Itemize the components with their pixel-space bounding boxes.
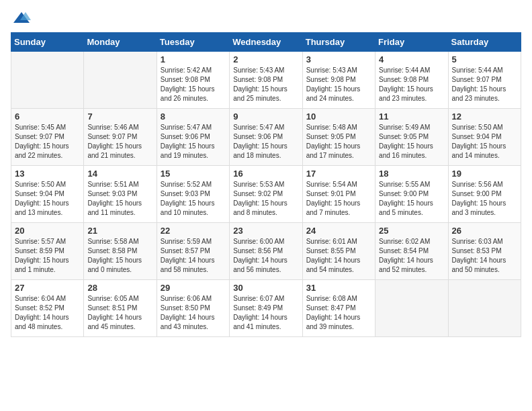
day-info: Sunrise: 5:49 AM Sunset: 9:05 PM Dayligh… [379, 123, 444, 161]
day-header-wednesday: Wednesday [230, 33, 302, 52]
day-header-tuesday: Tuesday [157, 33, 229, 52]
calendar-cell [448, 280, 521, 337]
calendar-cell: 22Sunrise: 5:59 AM Sunset: 8:57 PM Dayli… [157, 223, 229, 280]
calendar-cell: 4Sunrise: 5:44 AM Sunset: 9:08 PM Daylig… [375, 52, 448, 109]
week-row-2: 6Sunrise: 5:45 AM Sunset: 9:07 PM Daylig… [11, 109, 521, 166]
day-number: 30 [233, 283, 298, 293]
day-info: Sunrise: 5:50 AM Sunset: 9:04 PM Dayligh… [452, 123, 517, 161]
day-info: Sunrise: 5:50 AM Sunset: 9:04 PM Dayligh… [15, 180, 80, 218]
day-number: 29 [161, 283, 226, 293]
day-info: Sunrise: 5:55 AM Sunset: 9:00 PM Dayligh… [379, 180, 444, 218]
calendar-cell: 16Sunrise: 5:53 AM Sunset: 9:02 PM Dayli… [230, 166, 302, 223]
calendar-cell: 27Sunrise: 6:04 AM Sunset: 8:52 PM Dayli… [11, 280, 84, 337]
day-info: Sunrise: 6:08 AM Sunset: 8:47 PM Dayligh… [306, 294, 371, 332]
day-info: Sunrise: 5:44 AM Sunset: 9:08 PM Dayligh… [379, 66, 444, 103]
day-number: 23 [233, 226, 298, 236]
day-header-monday: Monday [84, 33, 157, 52]
day-header-thursday: Thursday [302, 33, 375, 52]
calendar-cell: 9Sunrise: 5:47 AM Sunset: 9:06 PM Daylig… [230, 109, 302, 166]
day-number: 5 [452, 54, 517, 64]
day-number: 18 [379, 169, 444, 179]
day-info: Sunrise: 5:43 AM Sunset: 9:08 PM Dayligh… [306, 66, 371, 103]
day-number: 21 [87, 226, 152, 236]
calendar-cell: 3Sunrise: 5:43 AM Sunset: 9:08 PM Daylig… [302, 52, 375, 109]
day-info: Sunrise: 5:42 AM Sunset: 9:08 PM Dayligh… [161, 66, 226, 103]
day-number: 25 [379, 226, 444, 236]
day-number: 8 [161, 111, 226, 122]
day-number: 15 [161, 169, 226, 179]
day-info: Sunrise: 6:06 AM Sunset: 8:50 PM Dayligh… [161, 294, 226, 332]
day-number: 10 [306, 111, 371, 122]
calendar-cell: 31Sunrise: 6:08 AM Sunset: 8:47 PM Dayli… [302, 280, 375, 337]
calendar-header-row: SundayMondayTuesdayWednesdayThursdayFrid… [11, 33, 521, 52]
day-number: 9 [233, 111, 298, 122]
calendar-cell: 28Sunrise: 6:05 AM Sunset: 8:51 PM Dayli… [84, 280, 157, 337]
day-header-friday: Friday [375, 33, 448, 52]
calendar-cell: 1Sunrise: 5:42 AM Sunset: 9:08 PM Daylig… [157, 52, 229, 109]
day-info: Sunrise: 6:05 AM Sunset: 8:51 PM Dayligh… [87, 294, 152, 332]
calendar-cell: 6Sunrise: 5:45 AM Sunset: 9:07 PM Daylig… [11, 109, 84, 166]
day-info: Sunrise: 5:58 AM Sunset: 8:58 PM Dayligh… [87, 237, 152, 275]
calendar-cell: 18Sunrise: 5:55 AM Sunset: 9:00 PM Dayli… [375, 166, 448, 223]
calendar-cell: 30Sunrise: 6:07 AM Sunset: 8:49 PM Dayli… [230, 280, 302, 337]
day-header-sunday: Sunday [11, 33, 84, 52]
day-info: Sunrise: 6:07 AM Sunset: 8:49 PM Dayligh… [233, 294, 298, 332]
day-info: Sunrise: 5:57 AM Sunset: 8:59 PM Dayligh… [15, 237, 80, 275]
calendar-cell: 25Sunrise: 6:02 AM Sunset: 8:54 PM Dayli… [375, 223, 448, 280]
day-number: 28 [87, 283, 152, 293]
day-info: Sunrise: 5:47 AM Sunset: 9:06 PM Dayligh… [161, 123, 226, 161]
day-info: Sunrise: 6:04 AM Sunset: 8:52 PM Dayligh… [15, 294, 80, 332]
calendar-cell: 19Sunrise: 5:56 AM Sunset: 9:00 PM Dayli… [448, 166, 521, 223]
calendar-cell: 2Sunrise: 5:43 AM Sunset: 9:08 PM Daylig… [230, 52, 302, 109]
calendar-cell [84, 52, 157, 109]
week-row-1: 1Sunrise: 5:42 AM Sunset: 9:08 PM Daylig… [11, 52, 521, 109]
day-info: Sunrise: 5:48 AM Sunset: 9:05 PM Dayligh… [306, 123, 371, 161]
day-number: 13 [15, 169, 80, 179]
calendar-cell: 5Sunrise: 5:44 AM Sunset: 9:07 PM Daylig… [448, 52, 521, 109]
calendar-cell: 13Sunrise: 5:50 AM Sunset: 9:04 PM Dayli… [11, 166, 84, 223]
day-info: Sunrise: 5:46 AM Sunset: 9:07 PM Dayligh… [87, 123, 152, 161]
day-number: 3 [306, 54, 371, 64]
day-number: 17 [306, 169, 371, 179]
calendar-cell: 8Sunrise: 5:47 AM Sunset: 9:06 PM Daylig… [157, 109, 229, 166]
day-info: Sunrise: 5:47 AM Sunset: 9:06 PM Dayligh… [233, 123, 298, 161]
day-number: 31 [306, 283, 371, 293]
calendar-cell: 29Sunrise: 6:06 AM Sunset: 8:50 PM Dayli… [157, 280, 229, 337]
calendar-cell: 26Sunrise: 6:03 AM Sunset: 8:53 PM Dayli… [448, 223, 521, 280]
day-number: 12 [452, 111, 517, 122]
day-info: Sunrise: 5:56 AM Sunset: 9:00 PM Dayligh… [452, 180, 517, 218]
calendar-cell: 12Sunrise: 5:50 AM Sunset: 9:04 PM Dayli… [448, 109, 521, 166]
logo [11, 11, 31, 24]
day-info: Sunrise: 6:03 AM Sunset: 8:53 PM Dayligh… [452, 237, 517, 275]
calendar-cell: 7Sunrise: 5:46 AM Sunset: 9:07 PM Daylig… [84, 109, 157, 166]
day-info: Sunrise: 5:51 AM Sunset: 9:03 PM Dayligh… [87, 180, 152, 218]
calendar-cell: 20Sunrise: 5:57 AM Sunset: 8:59 PM Dayli… [11, 223, 84, 280]
page-header [11, 11, 521, 24]
day-number: 24 [306, 226, 371, 236]
day-number: 20 [15, 226, 80, 236]
day-number: 4 [379, 54, 444, 64]
day-info: Sunrise: 6:00 AM Sunset: 8:56 PM Dayligh… [233, 237, 298, 275]
calendar-cell [375, 280, 448, 337]
day-number: 1 [161, 54, 226, 64]
calendar-cell: 14Sunrise: 5:51 AM Sunset: 9:03 PM Dayli… [84, 166, 157, 223]
day-number: 14 [87, 169, 152, 179]
calendar-cell: 24Sunrise: 6:01 AM Sunset: 8:55 PM Dayli… [302, 223, 375, 280]
day-number: 2 [233, 54, 298, 64]
week-row-5: 27Sunrise: 6:04 AM Sunset: 8:52 PM Dayli… [11, 280, 521, 337]
day-info: Sunrise: 6:01 AM Sunset: 8:55 PM Dayligh… [306, 237, 371, 275]
calendar-cell: 23Sunrise: 6:00 AM Sunset: 8:56 PM Dayli… [230, 223, 302, 280]
day-info: Sunrise: 5:59 AM Sunset: 8:57 PM Dayligh… [161, 237, 226, 275]
day-info: Sunrise: 5:45 AM Sunset: 9:07 PM Dayligh… [15, 123, 80, 161]
calendar-cell: 10Sunrise: 5:48 AM Sunset: 9:05 PM Dayli… [302, 109, 375, 166]
week-row-4: 20Sunrise: 5:57 AM Sunset: 8:59 PM Dayli… [11, 223, 521, 280]
day-info: Sunrise: 5:52 AM Sunset: 9:03 PM Dayligh… [161, 180, 226, 218]
day-info: Sunrise: 5:54 AM Sunset: 9:01 PM Dayligh… [306, 180, 371, 218]
day-number: 6 [15, 111, 80, 122]
day-info: Sunrise: 6:02 AM Sunset: 8:54 PM Dayligh… [379, 237, 444, 275]
logo-icon [12, 11, 31, 24]
day-number: 19 [452, 169, 517, 179]
calendar: SundayMondayTuesdayWednesdayThursdayFrid… [11, 32, 521, 337]
day-number: 7 [87, 111, 152, 122]
day-header-saturday: Saturday [448, 33, 521, 52]
